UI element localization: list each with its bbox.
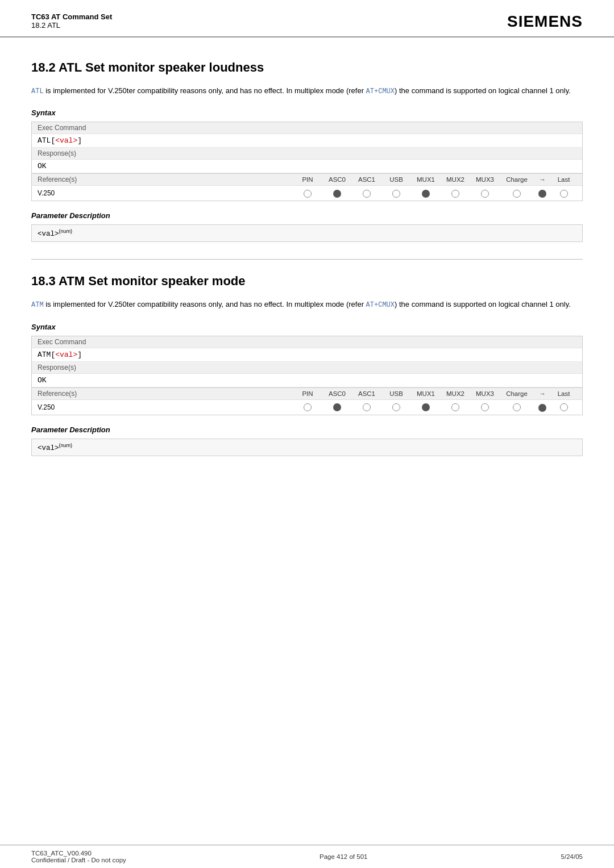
circle-mux1-2 bbox=[411, 402, 441, 412]
circle-asc0-2 bbox=[322, 402, 352, 412]
syntax-box-2: Exec Command ATM[<val>] Response(s) OK R… bbox=[31, 336, 583, 415]
circle-mux2-1 bbox=[441, 188, 470, 198]
circle-mux3-1 bbox=[470, 188, 500, 198]
atm-link[interactable]: ATM bbox=[31, 301, 44, 309]
param-sup-2: (num) bbox=[59, 443, 73, 448]
page-footer: TC63_ATC_V00.490 Confidential / Draft - … bbox=[0, 845, 614, 868]
ref-value-1: V.250 bbox=[38, 189, 83, 197]
col-mux1-2: MUX1 bbox=[411, 390, 441, 397]
ref-table-2: Reference(s) PIN ASC0 ASC1 USB MUX1 MUX2… bbox=[32, 387, 582, 415]
footer-doc-id: TC63_ATC_V00.490 bbox=[31, 850, 126, 857]
section-ref: 18.2 ATL bbox=[31, 21, 60, 30]
brand-logo: SIEMENS bbox=[507, 12, 583, 31]
param-val-1: <val> bbox=[38, 230, 59, 238]
page-header: TC63 AT Command Set 18.2 ATL SIEMENS bbox=[0, 0, 614, 37]
col-arrow-2: → bbox=[534, 390, 551, 397]
col-asc1-2: ASC1 bbox=[352, 390, 381, 397]
circle-last-1 bbox=[551, 188, 576, 198]
command-row-2: ATM[<val>] bbox=[32, 348, 582, 362]
section-18-2: 18.2 ATL Set monitor speaker loudness AT… bbox=[31, 60, 583, 242]
col-pin-2: PIN bbox=[293, 390, 322, 397]
header-left: TC63 AT Command Set 18.2 ATL bbox=[31, 12, 112, 30]
circle-mux2-2 bbox=[441, 402, 470, 412]
command-end-1: ] bbox=[77, 136, 82, 145]
param-box-1: <val>(num) bbox=[31, 224, 583, 242]
ref-value-2: V.250 bbox=[38, 403, 83, 411]
cmux-link-1[interactable]: AT+CMUX bbox=[366, 87, 395, 95]
col-charge-2: Charge bbox=[500, 390, 534, 397]
main-content: 18.2 ATL Set monitor speaker loudness AT… bbox=[0, 37, 614, 519]
circle-charge-1 bbox=[500, 188, 534, 198]
col-asc1-1: ASC1 bbox=[352, 176, 381, 183]
section-18-3-body: ATM is implemented for V.250ter compatib… bbox=[31, 299, 583, 311]
ref-circles-1 bbox=[83, 188, 576, 198]
col-usb-1: USB bbox=[381, 176, 411, 183]
circle-mux3-2 bbox=[470, 402, 500, 412]
circle-asc1-2 bbox=[352, 402, 381, 412]
exec-command-label-2: Exec Command bbox=[32, 336, 582, 348]
page: TC63 AT Command Set 18.2 ATL SIEMENS 18.… bbox=[0, 0, 614, 868]
ref-col-label-1: Reference(s) bbox=[38, 176, 83, 183]
exec-command-label-1: Exec Command bbox=[32, 122, 582, 134]
circle-charge-2 bbox=[500, 402, 534, 412]
circle-pin-2 bbox=[293, 402, 322, 412]
command-val-1: <val> bbox=[55, 136, 77, 145]
ref-table-1: Reference(s) PIN ASC0 ASC1 USB MUX1 MUX2… bbox=[32, 173, 582, 201]
command-val-2: <val> bbox=[55, 350, 77, 359]
param-desc-label-2: Parameter Description bbox=[31, 425, 583, 434]
footer-left: TC63_ATC_V00.490 Confidential / Draft - … bbox=[31, 850, 126, 863]
ref-cols-header-1: PIN ASC0 ASC1 USB MUX1 MUX2 MUX3 Charge … bbox=[83, 176, 576, 183]
circle-last-2 bbox=[551, 402, 576, 412]
section-divider bbox=[31, 259, 583, 260]
col-asc0-1: ASC0 bbox=[322, 176, 352, 183]
param-val-2: <val> bbox=[38, 444, 59, 452]
footer-page: Page 412 of 501 bbox=[320, 853, 367, 860]
responses-label-2: Response(s) bbox=[32, 362, 582, 374]
syntax-label-1: Syntax bbox=[31, 108, 583, 117]
col-asc0-2: ASC0 bbox=[322, 390, 352, 397]
command-text-2: ATM[ bbox=[38, 350, 55, 359]
col-mux3-1: MUX3 bbox=[470, 176, 500, 183]
ref-data-1: V.250 bbox=[32, 186, 582, 201]
syntax-label-2: Syntax bbox=[31, 323, 583, 331]
circle-usb-2 bbox=[381, 402, 411, 412]
col-usb-2: USB bbox=[381, 390, 411, 397]
col-mux1-1: MUX1 bbox=[411, 176, 441, 183]
ref-cols-header-2: PIN ASC0 ASC1 USB MUX1 MUX2 MUX3 Charge … bbox=[83, 390, 576, 397]
ok-response-2: OK bbox=[32, 374, 582, 387]
ok-response-1: OK bbox=[32, 160, 582, 173]
syntax-box-1: Exec Command ATL[<val>] Response(s) OK R… bbox=[31, 122, 583, 201]
param-box-2: <val>(num) bbox=[31, 439, 583, 456]
ref-data-2: V.250 bbox=[32, 400, 582, 415]
col-last-2: Last bbox=[551, 390, 576, 397]
circle-pin-1 bbox=[293, 188, 322, 198]
atl-link[interactable]: ATL bbox=[31, 87, 44, 95]
ref-header-1: Reference(s) PIN ASC0 ASC1 USB MUX1 MUX2… bbox=[32, 174, 582, 186]
responses-label-1: Response(s) bbox=[32, 148, 582, 160]
ref-col-label-2: Reference(s) bbox=[38, 390, 83, 398]
col-mux2-2: MUX2 bbox=[441, 390, 470, 397]
circle-mux1-1 bbox=[411, 188, 441, 198]
command-row-1: ATL[<val>] bbox=[32, 134, 582, 148]
section-18-3-heading: 18.3 ATM Set monitor speaker mode bbox=[31, 274, 583, 289]
col-charge-1: Charge bbox=[500, 176, 534, 183]
cmux-link-2[interactable]: AT+CMUX bbox=[366, 301, 395, 309]
circle-arrow-1 bbox=[534, 189, 551, 198]
circle-arrow-2 bbox=[534, 402, 551, 411]
ref-header-2: Reference(s) PIN ASC0 ASC1 USB MUX1 MUX2… bbox=[32, 388, 582, 400]
footer-date: 5/24/05 bbox=[561, 853, 583, 860]
command-text-1: ATL[ bbox=[38, 136, 55, 145]
col-mux2-1: MUX2 bbox=[441, 176, 470, 183]
doc-title: TC63 AT Command Set bbox=[31, 12, 112, 21]
param-desc-label-1: Parameter Description bbox=[31, 211, 583, 220]
section-18-2-body: ATL is implemented for V.250ter compatib… bbox=[31, 85, 583, 97]
circle-usb-1 bbox=[381, 188, 411, 198]
ref-circles-2 bbox=[83, 402, 576, 412]
col-arrow-1: → bbox=[534, 176, 551, 183]
section-18-3: 18.3 ATM Set monitor speaker mode ATM is… bbox=[31, 274, 583, 456]
circle-asc0-1 bbox=[322, 188, 352, 198]
col-last-1: Last bbox=[551, 176, 576, 183]
col-mux3-2: MUX3 bbox=[470, 390, 500, 397]
col-pin-1: PIN bbox=[293, 176, 322, 183]
command-end-2: ] bbox=[77, 350, 82, 359]
